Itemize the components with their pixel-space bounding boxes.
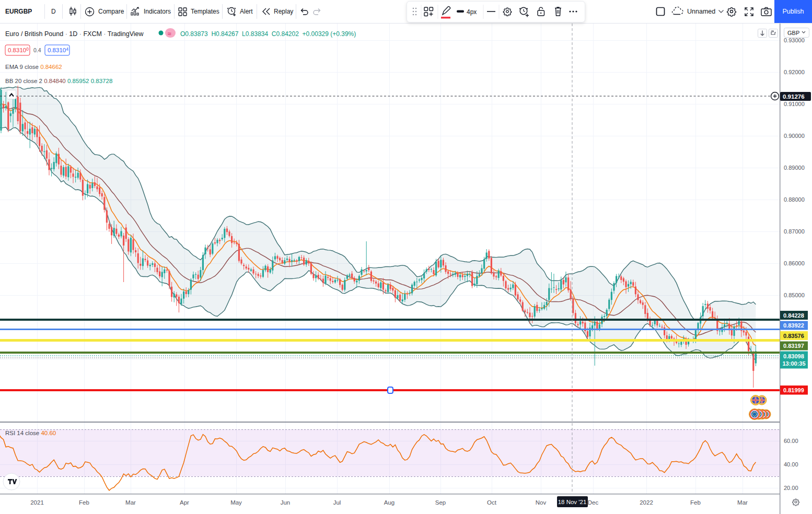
- svg-text:60.00: 60.00: [784, 438, 798, 444]
- svg-text:Oct: Oct: [487, 499, 497, 506]
- svg-text:0.83100: 0.83100: [8, 46, 29, 53]
- svg-text:0.87000: 0.87000: [784, 228, 805, 235]
- svg-text:0.83576: 0.83576: [783, 333, 804, 339]
- svg-text:Mar: Mar: [737, 499, 748, 506]
- svg-text:0.85000: 0.85000: [784, 292, 805, 298]
- svg-text:0.88000: 0.88000: [784, 196, 805, 203]
- svg-text:0.83922: 0.83922: [783, 322, 804, 329]
- svg-text:Nov: Nov: [536, 499, 547, 506]
- svg-text:0.91000: 0.91000: [784, 101, 805, 107]
- svg-text:0.86000: 0.86000: [784, 260, 805, 266]
- svg-text:BB 20 close 2 0.84840 0.8595: BB 20 close 2 0.84840 0.85952 0.83728: [5, 78, 112, 84]
- svg-text:0.83098: 0.83098: [783, 353, 804, 359]
- svg-text:0.84228: 0.84228: [783, 312, 804, 319]
- svg-text:18 Nov '21: 18 Nov '21: [558, 499, 587, 505]
- svg-text:20.00: 20.00: [784, 485, 798, 491]
- svg-text:13:00:35: 13:00:35: [783, 360, 806, 367]
- svg-text:Dec: Dec: [588, 499, 599, 506]
- svg-text:0.81999: 0.81999: [783, 387, 804, 393]
- svg-text:O0.83873 H0.84267 L0.83834: O0.83873 H0.84267 L0.83834 C0.84202 +0.0…: [180, 30, 356, 38]
- svg-text:Jun: Jun: [281, 499, 291, 506]
- svg-text:2022: 2022: [640, 499, 653, 506]
- svg-text:2021: 2021: [30, 499, 44, 506]
- svg-text:Aug: Aug: [384, 499, 395, 506]
- svg-text:0.92000: 0.92000: [784, 69, 805, 75]
- svg-text:0.83197: 0.83197: [783, 343, 804, 349]
- svg-text:40.00: 40.00: [784, 461, 798, 468]
- svg-text:Mar: Mar: [125, 499, 136, 506]
- svg-text:≈: ≈: [168, 30, 171, 38]
- svg-text:Sep: Sep: [435, 499, 446, 506]
- svg-text:0.90000: 0.90000: [784, 133, 805, 139]
- svg-text:0.4: 0.4: [33, 47, 41, 53]
- svg-text:May: May: [230, 499, 242, 506]
- svg-text:4px: 4px: [467, 8, 477, 16]
- svg-text:Euro / British Pound · 1D · FX: Euro / British Pound · 1D · FXCM · Tradi…: [5, 30, 144, 38]
- svg-text:GBP: GBP: [787, 30, 799, 36]
- svg-text:0.93000: 0.93000: [784, 37, 805, 43]
- svg-text:Feb: Feb: [79, 499, 89, 506]
- svg-text:0.91276: 0.91276: [783, 94, 805, 100]
- svg-text:Feb: Feb: [690, 499, 701, 506]
- svg-text:RSI 14 close 40.60: RSI 14 close 40.60: [5, 430, 56, 436]
- svg-text:0.89000: 0.89000: [784, 165, 805, 171]
- svg-text:EMA 9 close 0.84662: EMA 9 close 0.84662: [5, 64, 62, 70]
- svg-text:Jul: Jul: [333, 499, 341, 506]
- svg-text:Apr: Apr: [180, 499, 189, 506]
- svg-text:0.83104: 0.83104: [48, 46, 68, 53]
